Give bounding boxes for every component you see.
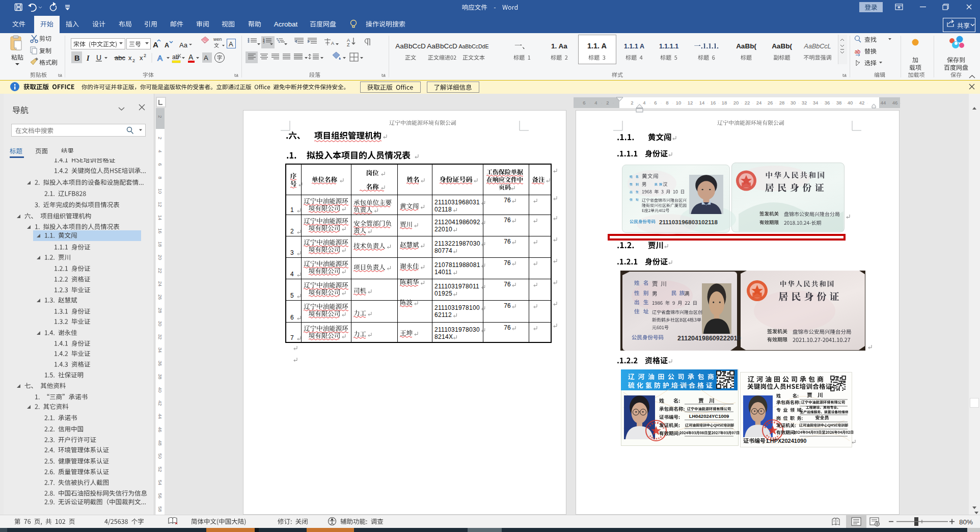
svg-text:1.1.1 A: 1.1.1 A xyxy=(624,43,644,50)
svg-text:76: 76 xyxy=(504,238,511,245)
svg-text:42: 42 xyxy=(157,401,163,406)
svg-text:8: 8 xyxy=(666,100,668,105)
svg-text:6: 6 xyxy=(654,100,657,105)
svg-text:14011: 14011 xyxy=(434,269,452,276)
svg-text:38: 38 xyxy=(836,100,842,105)
svg-text:24: 24 xyxy=(157,281,163,287)
svg-text:Acrobat: Acrobat xyxy=(274,20,298,28)
svg-text:3: 3 xyxy=(290,249,294,256)
svg-text:A: A xyxy=(153,40,158,49)
svg-text:2111031978100: 2111031978100 xyxy=(434,304,480,311)
svg-text:A: A xyxy=(188,53,194,61)
svg-text:8214X: 8214X xyxy=(434,333,453,340)
svg-text:·: · xyxy=(649,101,650,104)
svg-text:·: · xyxy=(613,101,614,104)
svg-text:2111031978011: 2111031978011 xyxy=(434,283,479,290)
svg-text:Z: Z xyxy=(347,42,350,47)
svg-text:AaBbCcD: AaBbCcD xyxy=(395,42,426,50)
svg-text:3: 3 xyxy=(263,40,265,44)
svg-text:42: 42 xyxy=(859,100,865,105)
svg-text:2111031968031: 2111031968031 xyxy=(434,199,480,206)
svg-text:30: 30 xyxy=(791,100,796,105)
svg-text:·: · xyxy=(707,101,708,104)
svg-text:abc: abc xyxy=(115,54,125,62)
svg-text:U: U xyxy=(96,54,101,62)
svg-text:·: · xyxy=(867,101,868,104)
svg-text:211204198609222010: 211204198609222010 xyxy=(677,335,741,342)
svg-text:48: 48 xyxy=(157,440,163,446)
svg-text:·: · xyxy=(821,101,822,104)
svg-text:Aa: Aa xyxy=(179,41,188,49)
svg-text:5: 5 xyxy=(290,292,294,299)
svg-text:·: · xyxy=(729,101,730,104)
svg-text:22: 22 xyxy=(157,268,163,274)
svg-text:80774: 80774 xyxy=(434,247,452,254)
svg-text:AaBbCcD: AaBbCcD xyxy=(427,42,457,50)
svg-text:02118: 02118 xyxy=(434,206,452,213)
svg-text:·: · xyxy=(661,101,662,104)
svg-text:28: 28 xyxy=(779,100,785,105)
svg-text:4: 4 xyxy=(594,100,597,105)
svg-text:2: 2 xyxy=(157,137,163,139)
svg-text:x: x xyxy=(128,54,132,62)
svg-text:58: 58 xyxy=(157,507,163,512)
svg-text:2107811988081: 2107811988081 xyxy=(434,261,480,269)
svg-text:46: 46 xyxy=(892,100,898,105)
svg-text:50: 50 xyxy=(157,454,163,459)
svg-text:32: 32 xyxy=(157,334,163,340)
svg-text:40: 40 xyxy=(848,100,853,105)
svg-text:16: 16 xyxy=(157,228,163,234)
svg-text:·: · xyxy=(787,101,788,104)
svg-text:56: 56 xyxy=(157,493,163,499)
svg-text:44: 44 xyxy=(157,414,163,419)
svg-text:76: 76 xyxy=(504,324,511,331)
svg-text:A: A xyxy=(165,42,169,49)
svg-text:2: 2 xyxy=(157,115,163,118)
svg-text:34: 34 xyxy=(813,100,819,105)
svg-text:LH042024YC1009: LH042024YC1009 xyxy=(689,413,729,419)
svg-text:wen: wen xyxy=(213,37,222,42)
svg-text:44: 44 xyxy=(881,100,886,105)
svg-text:2: 2 xyxy=(144,53,146,58)
svg-text:22010: 22010 xyxy=(434,226,452,233)
svg-text:ab: ab xyxy=(855,49,861,55)
svg-text:76: 76 xyxy=(504,281,511,288)
svg-text:211103196803102118: 211103196803102118 xyxy=(659,219,718,225)
svg-text:·: · xyxy=(741,101,742,104)
svg-text:A: A xyxy=(204,54,208,62)
svg-text:A: A xyxy=(157,54,162,62)
svg-text:I: I xyxy=(86,55,90,62)
svg-text:AaBbCcDdE: AaBbCcDdE xyxy=(459,43,489,49)
svg-text:·: · xyxy=(637,101,638,104)
svg-text:28: 28 xyxy=(157,308,163,313)
svg-text:·: · xyxy=(752,101,753,104)
svg-text:40: 40 xyxy=(157,387,163,393)
svg-text:1. Aa: 1. Aa xyxy=(551,42,567,50)
svg-text:1.1. A: 1.1. A xyxy=(587,42,607,50)
svg-text:·: · xyxy=(601,101,602,104)
svg-text:4: 4 xyxy=(157,150,163,152)
svg-text:AaBb(: AaBb( xyxy=(772,42,792,50)
svg-text:·: · xyxy=(888,101,889,104)
svg-text:2113221987030: 2113221987030 xyxy=(434,240,480,247)
svg-text:14: 14 xyxy=(699,100,705,105)
svg-text:20: 20 xyxy=(157,255,163,260)
svg-text:12: 12 xyxy=(688,100,693,105)
svg-text:1.1.1.1: 1.1.1.1 xyxy=(659,43,678,50)
svg-text:10: 10 xyxy=(157,189,163,194)
svg-text:46: 46 xyxy=(157,427,163,433)
svg-text:2: 2 xyxy=(606,100,609,105)
svg-text:62112: 62112 xyxy=(434,311,452,318)
svg-text:AaBb(: AaBb( xyxy=(736,42,756,50)
svg-text:4: 4 xyxy=(643,100,645,105)
svg-text:·: · xyxy=(900,101,901,104)
svg-text:·: · xyxy=(855,101,856,104)
svg-text:18: 18 xyxy=(157,242,163,247)
svg-text:24: 24 xyxy=(756,100,762,105)
svg-text:LHPX20241090: LHPX20241090 xyxy=(767,438,806,444)
svg-text:80%: 80% xyxy=(959,518,973,526)
svg-text:76: 76 xyxy=(504,197,511,204)
svg-text:16: 16 xyxy=(711,100,716,105)
svg-text:·: · xyxy=(718,101,719,104)
svg-text:2111031978030: 2111031978030 xyxy=(434,326,480,333)
